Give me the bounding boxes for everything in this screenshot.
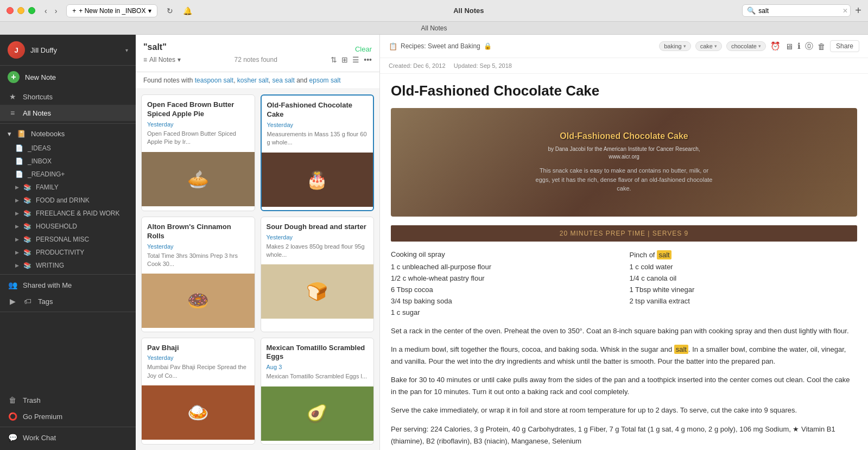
- note-card-2[interactable]: Old-Fashioned Chocolate Cake Yesterday M…: [261, 94, 375, 211]
- note-card-6[interactable]: Mexican Tomatillo Scrambled Eggs Aug 3 M…: [261, 338, 375, 445]
- sidebar-item-household[interactable]: ▶ 📚 HOUSEHOLD: [0, 220, 136, 233]
- sidebar-item-freelance[interactable]: ▶ 📚 FREELANCE & PAID WORK: [0, 207, 136, 220]
- view-toggle-button[interactable]: ⊞: [341, 55, 348, 64]
- note-card-5[interactable]: Pav Bhaji Yesterday Mumbai Pav Bhaji Rec…: [141, 338, 255, 445]
- ingredient-r6: [630, 308, 858, 316]
- link-sea-salt[interactable]: sea salt: [273, 77, 295, 84]
- sidebar-item-tags[interactable]: ▶ 🏷 Tags: [0, 293, 136, 309]
- note-detail-body[interactable]: Old-Fashioned Chocolate Cake Old-Fashion…: [380, 74, 868, 450]
- new-note-button[interactable]: + New Note: [0, 66, 136, 88]
- clear-search-button[interactable]: Clear: [355, 45, 372, 53]
- sidebar-item-writing[interactable]: ▶ 📚 WRITING: [0, 259, 136, 272]
- sidebar-item-work-chat[interactable]: 💬 Work Chat: [0, 429, 136, 446]
- sidebar-item-reading[interactable]: 📄 _READING+: [0, 168, 136, 181]
- recipe-prep-bar: 20 MINUTES PREP TIME | SERVES 9: [391, 225, 857, 242]
- notebooks-icon: 📔: [17, 130, 26, 138]
- note-date: Yesterday: [267, 234, 369, 240]
- sidebar-item-shared[interactable]: 👥 Shared with Me: [0, 277, 136, 293]
- note-thumbnail: 🥑: [261, 386, 374, 441]
- note-date: Yesterday: [267, 122, 368, 128]
- note-thumbnail: 🎂: [262, 153, 373, 207]
- notebook-page-icon: 📄: [15, 157, 23, 165]
- notes-icon-small: ≡: [143, 56, 147, 64]
- sidebar: J Jill Duffy ▾ + New Note ★ Shortcuts ≡ …: [0, 35, 136, 450]
- chevron-down-icon: ▾: [714, 43, 717, 49]
- sidebar-item-food-drink[interactable]: ▶ 📚 FOOD and DRINK: [0, 194, 136, 207]
- minimize-button[interactable]: [17, 7, 24, 14]
- bell-button[interactable]: 🔔: [180, 5, 195, 16]
- notebook-stack-icon: 📚: [23, 236, 31, 243]
- activity-button[interactable]: ⓪: [805, 41, 813, 52]
- found-text: Found notes with teaspoon salt, kosher s…: [136, 72, 379, 89]
- tag-chocolate[interactable]: chocolate ▾: [726, 41, 766, 51]
- link-teaspoon-salt[interactable]: teaspoon salt: [195, 77, 233, 84]
- note-card-content: Old-Fashioned Chocolate Cake Yesterday M…: [262, 96, 373, 153]
- sidebar-item-go-premium[interactable]: ⭕ Go Premium: [0, 408, 136, 424]
- new-note-tab-button[interactable]: + + New Note in _INBOX ▾: [66, 4, 157, 17]
- add-button[interactable]: +: [855, 4, 861, 17]
- snippet-toggle-button[interactable]: ☰: [352, 55, 359, 64]
- step-1: Set a rack in the center of the oven. Pr…: [391, 325, 857, 337]
- note-card-content: Mexican Tomatillo Scrambled Eggs Aug 3 M…: [261, 338, 374, 386]
- link-kosher-salt[interactable]: kosher salt: [237, 77, 269, 84]
- search-input[interactable]: [758, 7, 840, 15]
- list-actions: ⇅ ⊞ ☰ •••: [331, 55, 372, 64]
- step-5-nutrition: Per serving: 224 Calories, 3 g Protein, …: [391, 423, 857, 447]
- tab-bar: All Notes: [0, 22, 868, 35]
- step-4: Serve the cake immediately, or wrap it i…: [391, 404, 857, 416]
- note-title: Old-Fashioned Chocolate Cake: [267, 101, 368, 119]
- notebook-expand-icon: ▾: [8, 130, 11, 138]
- notes-grid: Open Faced Brown Butter Spiced Apple Pie…: [136, 89, 379, 450]
- delete-button[interactable]: 🗑: [818, 42, 826, 51]
- divider: [0, 427, 136, 427]
- link-epsom-salt[interactable]: epsom salt: [309, 77, 341, 84]
- refresh-button[interactable]: ↻: [164, 5, 176, 16]
- recipe-overlay-title: Old-Fashioned Chocolate Cake: [560, 131, 688, 141]
- title-bar: ‹ › + + New Note in _INBOX ▾ ↻ 🔔 All Not…: [0, 0, 868, 22]
- sidebar-item-family[interactable]: ▶ 📚 FAMILY: [0, 181, 136, 194]
- reminder-button[interactable]: ⏰: [770, 41, 781, 51]
- sidebar-item-ideas[interactable]: 📄 _IDEAS: [0, 142, 136, 155]
- forward-button[interactable]: ›: [52, 5, 60, 16]
- more-options-button[interactable]: •••: [364, 55, 372, 64]
- dropdown-icon: ▾: [148, 7, 151, 15]
- sidebar-item-shortcuts[interactable]: ★ Shortcuts: [0, 88, 136, 105]
- note-card-4[interactable]: Sour Dough bread and starter Yesterday M…: [261, 217, 375, 332]
- plus-icon: +: [72, 7, 76, 15]
- user-profile[interactable]: J Jill Duffy ▾: [0, 35, 136, 66]
- close-button[interactable]: [7, 7, 14, 14]
- ingredient-r4: 1 Tbsp white vinegar: [630, 286, 858, 294]
- sort-button[interactable]: ⇅: [331, 55, 337, 64]
- notebook-stack-icon: 📚: [23, 223, 31, 230]
- tag-baking[interactable]: baking ▾: [659, 41, 690, 51]
- sidebar-item-trash[interactable]: 🗑 Trash: [0, 392, 136, 408]
- present-button[interactable]: 🖥: [785, 42, 793, 51]
- back-button[interactable]: ‹: [42, 5, 50, 16]
- tag-cake[interactable]: cake ▾: [695, 41, 722, 51]
- notebook-stack-icon: 📚: [23, 249, 31, 256]
- note-excerpt: Measurements in Mass 135 g flour 60 g wh…: [267, 130, 368, 147]
- sidebar-item-all-notes[interactable]: ≡ All Notes: [0, 105, 136, 121]
- notes-scope-selector[interactable]: ≡ All Notes ▾: [143, 56, 181, 64]
- global-search-bar[interactable]: 🔍 ✕: [742, 4, 851, 17]
- info-button[interactable]: ℹ: [797, 41, 801, 51]
- clear-search-icon[interactable]: ✕: [842, 7, 848, 15]
- user-name: Jill Duffy: [30, 46, 120, 54]
- food-visual: 🍛: [142, 385, 255, 440]
- sidebar-item-productivity[interactable]: ▶ 📚 PRODUCTIVITY: [0, 246, 136, 259]
- note-card-1[interactable]: Open Faced Brown Butter Spiced Apple Pie…: [141, 94, 255, 211]
- note-date: Yesterday: [147, 243, 249, 250]
- sidebar-item-inbox[interactable]: 📄 _INBOX: [0, 155, 136, 168]
- note-card-3[interactable]: Alton Brown's Cinnamon Rolls Yesterday T…: [141, 217, 255, 332]
- divider: [0, 274, 136, 275]
- note-thumbnail: 🍩: [142, 274, 255, 328]
- note-date: Yesterday: [147, 354, 249, 361]
- chevron-icon: ▾: [178, 56, 181, 64]
- notebooks-section-header[interactable]: ▾ 📔 Notebooks: [0, 126, 136, 142]
- maximize-button[interactable]: [28, 7, 35, 14]
- sidebar-item-personal[interactable]: ▶ 📚 PERSONAL MISC: [0, 233, 136, 246]
- note-excerpt: Makes 2 loaves 850g bread flour 95g whol…: [267, 243, 369, 259]
- notes-count: 72 notes found: [234, 56, 277, 64]
- share-button[interactable]: Share: [830, 40, 859, 52]
- step-2: In a medium bowl, sift together the flou…: [391, 344, 857, 367]
